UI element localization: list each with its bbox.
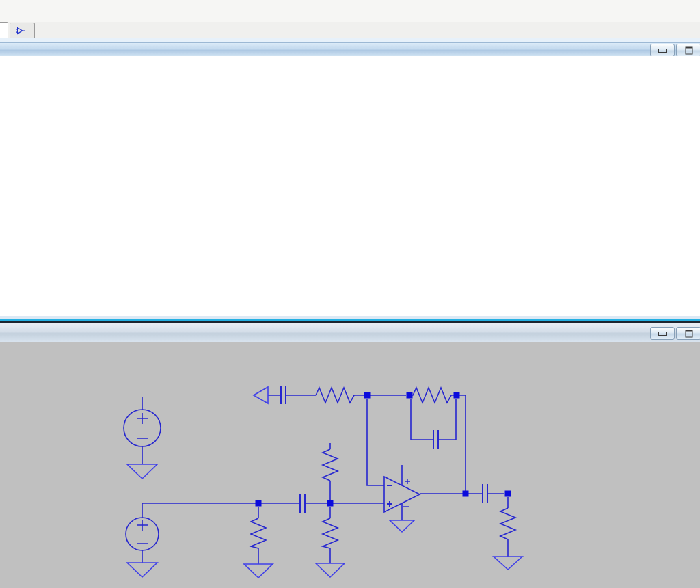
schematic-icon: [16, 26, 25, 36]
main-toolbar: [0, 0, 700, 23]
waveform-plot[interactable]: [0, 56, 700, 316]
maximize-icon: [685, 46, 692, 54]
minimize-icon: [658, 49, 667, 53]
waveform-plot-pane[interactable]: [0, 56, 700, 316]
resistor-R5[interactable]: [500, 508, 515, 539]
resistor-R2[interactable]: [316, 388, 354, 403]
schematic-window-titlebar[interactable]: [0, 323, 700, 343]
minimize-icon: [658, 332, 667, 336]
ground-icon: [127, 563, 157, 577]
wave-maximize-button[interactable]: [676, 44, 700, 57]
ground-icon: [316, 563, 345, 577]
schem-maximize-button[interactable]: [676, 327, 700, 340]
tab-schematic-document[interactable]: [10, 23, 35, 38]
resistor-R3[interactable]: [323, 449, 338, 481]
wave-minimize-button[interactable]: [650, 44, 675, 57]
wave-window-titlebar[interactable]: [0, 42, 700, 57]
capacitor-C4[interactable]: [433, 430, 438, 449]
schem-minimize-button[interactable]: [650, 327, 675, 340]
net-flag-icon: [254, 387, 268, 403]
schematic-editor-pane[interactable]: [0, 342, 700, 588]
resistor-R4[interactable]: [323, 518, 338, 548]
ground-icon: [390, 520, 414, 532]
maximize-icon: [685, 330, 692, 337]
ground-icon: [127, 464, 157, 479]
wire-junctions: [256, 392, 511, 507]
document-tabbar: [0, 22, 700, 39]
capacitor-C3[interactable]: [483, 484, 487, 503]
capacitor-C2[interactable]: [281, 386, 286, 404]
tab-wave-document[interactable]: [0, 22, 8, 38]
ground-icon: [244, 564, 273, 578]
capacitor-C1[interactable]: [300, 494, 305, 513]
resistor-R6[interactable]: [251, 518, 266, 548]
resistor-R1[interactable]: [409, 388, 457, 403]
schematic-canvas[interactable]: [0, 342, 700, 588]
schematic-wires: [142, 395, 508, 564]
ground-icon: [494, 557, 522, 570]
